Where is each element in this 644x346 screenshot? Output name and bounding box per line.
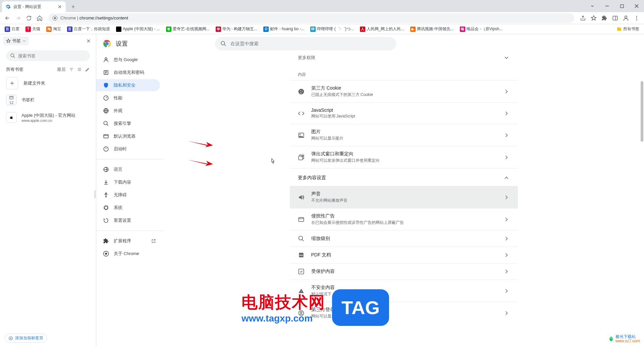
- bookmark-item[interactable]: ▶腾讯视频-中国领先...: [408, 25, 456, 33]
- window-close[interactable]: [629, 1, 644, 11]
- browser-tab[interactable]: 设置 - 网站设置: [2, 1, 66, 12]
- row-insecure-content[interactable]: 不安全内容默认情况下，安全网站会拦截不安全内容: [290, 280, 518, 302]
- row-cookies[interactable]: 第三方 Cookie已阻止无痕模式下的第三方 Cookie: [290, 80, 518, 102]
- bookmark-item[interactable]: 淘淘宝: [44, 25, 63, 33]
- row-pdf[interactable]: PDF PDF 文档: [290, 247, 518, 263]
- bookmark-item[interactable]: 百百度一下，你就知道: [65, 25, 112, 33]
- bookmark-entry-apple[interactable]: Apple (中国大陆) - 官方网站 www.apple.com.cn: [0, 109, 96, 126]
- svg-rect-20: [104, 135, 108, 138]
- sidebar-dropdown[interactable]: 书签: [3, 37, 29, 45]
- profile-button[interactable]: [621, 13, 631, 23]
- sidebar-close-button[interactable]: [85, 37, 93, 45]
- warning-icon: [298, 288, 305, 294]
- nav-accessibility[interactable]: 无障碍: [96, 189, 160, 201]
- row-federated[interactable]: 第三方登录网站可以显示来自身份服务的登录提示: [290, 302, 518, 324]
- bookmark-item[interactable]: T天猫: [23, 25, 42, 33]
- bookmark-item[interactable]: 人人民网_网上的人民...: [358, 25, 407, 33]
- nav-forward-button[interactable]: [13, 13, 23, 23]
- bookmark-item[interactable]: Apple (中国大陆) - ...: [114, 25, 162, 33]
- address-bar[interactable]: Chrome | chrome://settings/content: [48, 13, 574, 23]
- nav-back-button[interactable]: [3, 13, 12, 23]
- settings-content[interactable]: 更多权限 内容 第三方 Cookie已阻止无痕模式下的第三方 Cookie Ja…: [163, 34, 644, 346]
- nav-downloads[interactable]: 下载内容: [96, 176, 160, 188]
- nav-home-button[interactable]: [35, 13, 44, 23]
- nav-appearance[interactable]: 外观: [96, 105, 160, 117]
- nav-about[interactable]: 关于 Chrome: [96, 248, 160, 260]
- bookmark-search-input[interactable]: [18, 53, 86, 58]
- nav-privacy[interactable]: 隐私和安全: [96, 79, 160, 91]
- nav-reload-button[interactable]: [24, 13, 34, 23]
- bookmark-item[interactable]: 哔哔哩哔哩 (゜-゜)つ...: [308, 25, 356, 33]
- svg-point-5: [636, 16, 637, 17]
- chrome-logo-icon: [103, 40, 111, 48]
- bookmark-item[interactable]: 唯唯品会 -（原Vipsh...: [458, 25, 504, 33]
- row-javascript[interactable]: JavaScript网站可以使用 JavaScript: [290, 102, 518, 124]
- list-icon[interactable]: [77, 67, 82, 72]
- window-chevron[interactable]: [585, 1, 600, 11]
- nav-default-browser[interactable]: 默认浏览器: [96, 130, 160, 142]
- row-zoom[interactable]: 缩放级别: [290, 230, 518, 247]
- close-icon[interactable]: [57, 4, 62, 9]
- sidepanel-button[interactable]: [610, 13, 620, 23]
- chevron-down-icon: [503, 54, 510, 61]
- new-tab-button[interactable]: [68, 2, 78, 11]
- sound-icon: [298, 194, 305, 201]
- nav-reset[interactable]: 重置设置: [96, 214, 160, 227]
- filter-icon[interactable]: [69, 67, 74, 72]
- more-permissions-row[interactable]: 更多权限: [290, 53, 518, 66]
- window-minimize[interactable]: [600, 1, 614, 11]
- resize-handle[interactable]: [94, 190, 96, 198]
- window-controls: [585, 0, 644, 12]
- nav-performance[interactable]: 性能: [96, 92, 160, 104]
- chevron-down-icon: [22, 39, 26, 43]
- new-folder-button[interactable]: [6, 77, 18, 89]
- bookmark-url: www.apple.com.cn: [21, 118, 75, 122]
- nav-extensions[interactable]: 扩展程序: [96, 235, 160, 247]
- nav-on-startup[interactable]: 启动时: [96, 143, 160, 155]
- nav-you-and-google[interactable]: 您与 Google: [96, 54, 160, 66]
- folder-icon: [616, 27, 622, 32]
- recent-label[interactable]: 最后: [57, 66, 66, 72]
- bookmark-search[interactable]: [6, 50, 90, 61]
- nav-system[interactable]: 系统: [96, 202, 160, 214]
- svg-point-30: [299, 236, 303, 240]
- row-images[interactable]: 图片网站可以显示图片: [290, 124, 518, 146]
- bookmarks-bar-folder[interactable]: 12 书签栏: [0, 91, 96, 109]
- edit-icon[interactable]: [85, 67, 90, 72]
- window-maximize[interactable]: [614, 1, 629, 11]
- nav-languages[interactable]: 语言: [96, 163, 160, 176]
- search-icon: [220, 41, 226, 47]
- nav-autofill[interactable]: 自动填充和密码: [96, 66, 160, 79]
- bookmark-item[interactable]: O邮件 - huang bo -...: [261, 25, 306, 33]
- bookmark-item[interactable]: 百百度: [3, 25, 21, 33]
- bookmark-item[interactable]: 华华为 - 构建万物互...: [214, 25, 260, 33]
- row-more-content[interactable]: 更多内容设置: [290, 168, 518, 186]
- svg-point-6: [636, 17, 637, 18]
- svg-point-25: [105, 253, 107, 255]
- window-icon: [9, 95, 14, 100]
- svg-rect-29: [299, 217, 304, 221]
- gear-icon: [5, 4, 11, 9]
- bookmark-star-button[interactable]: [589, 13, 598, 23]
- share-button[interactable]: [578, 13, 588, 23]
- chevron-right-icon: [503, 310, 510, 316]
- chevron-right-icon: [503, 268, 510, 275]
- chevron-right-icon: [503, 235, 510, 242]
- menu-button[interactable]: [632, 13, 641, 23]
- folder-title: 书签栏: [21, 97, 35, 103]
- row-sound[interactable]: 声音不允许网站播放声音: [290, 186, 518, 208]
- zoom-icon: [298, 235, 305, 242]
- settings-search-input[interactable]: [230, 41, 391, 46]
- row-popups[interactable]: 弹出式窗口和重定向网站可以发送弹出式窗口并使用重定向: [290, 146, 518, 168]
- add-current-tab-button[interactable]: 添加当前标签页: [5, 334, 47, 343]
- settings-search[interactable]: [215, 37, 396, 50]
- star-icon: [6, 39, 11, 43]
- svg-point-8: [11, 54, 14, 57]
- nav-search-engine[interactable]: 搜索引擎: [96, 117, 160, 130]
- bookmark-item[interactable]: 奇爱奇艺-在线视频网...: [164, 25, 212, 33]
- row-protected-content[interactable]: 受保护内容: [290, 263, 518, 280]
- extensions-button[interactable]: [600, 13, 609, 23]
- scrollbar-thumb[interactable]: [641, 81, 643, 142]
- row-ads[interactable]: 侵扰性广告在已知会展示侵扰性或误导性广告的网站上屏蔽广告: [290, 208, 518, 230]
- all-bookmarks-button[interactable]: 所有书签: [614, 25, 641, 33]
